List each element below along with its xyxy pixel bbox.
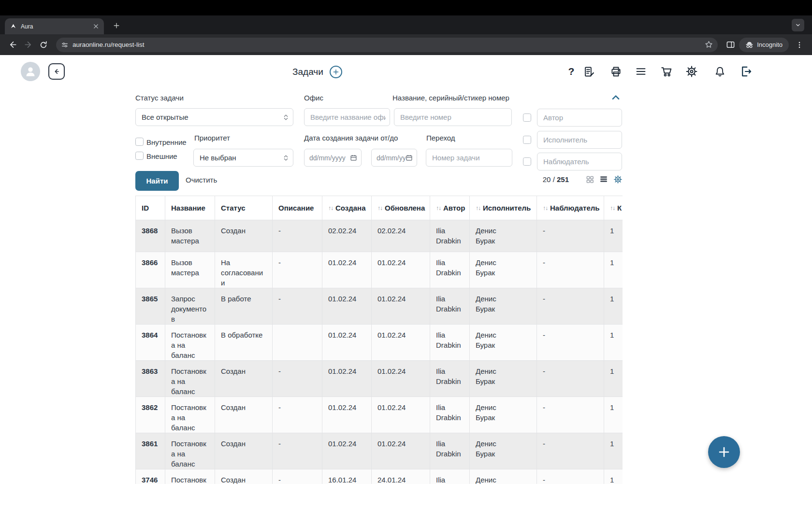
cell-observer: - [537, 397, 604, 433]
transition-label: Переход [426, 134, 455, 142]
table-row[interactable]: 3866 Вызов мастера На согласовании - 01.… [136, 252, 623, 288]
clear-button[interactable]: Очистить [186, 176, 217, 184]
back-icon[interactable] [5, 37, 20, 53]
author-input[interactable] [537, 109, 622, 127]
grid-view-icon[interactable] [585, 174, 594, 184]
sort-icon: ↑↓ [610, 205, 615, 212]
table-row[interactable]: 3861 Постановка на баланс Создан - 01.02… [136, 433, 623, 469]
cell-observer: - [537, 220, 604, 252]
sort-icon: ↑↓ [436, 205, 441, 212]
observer-input[interactable] [537, 153, 622, 170]
url-text: auraonline.ru/request-list [72, 41, 701, 48]
side-panel-icon[interactable] [723, 37, 738, 53]
app-back-button[interactable] [48, 63, 65, 80]
cell-observer: - [537, 433, 604, 469]
external-checkbox-label[interactable]: Внешние [146, 152, 177, 160]
app-page: Задачи ? Статус задачи Офис Название, се… [0, 55, 812, 524]
incognito-label: Incognito [757, 41, 783, 48]
menu-icon[interactable] [634, 65, 648, 78]
tab-close-icon[interactable] [91, 22, 100, 31]
status-select-value: Все открытые [142, 113, 188, 121]
task-number-input[interactable] [426, 149, 512, 167]
table-row[interactable]: 3868 Вызов мастера Создан - 02.02.24 02.… [136, 220, 623, 252]
bell-icon[interactable] [713, 65, 726, 78]
date-to-input[interactable]: dd/mm/yyyy [371, 149, 417, 167]
cell-updated: 01.02.24 [372, 361, 430, 397]
cell-description: - [273, 469, 322, 484]
table-row[interactable]: 3863 Постановка на баланс Создан - 01.02… [136, 361, 623, 397]
cell-name: Постановка на баланс [165, 433, 215, 469]
internal-checkbox[interactable] [135, 138, 144, 146]
avatar[interactable] [21, 62, 40, 81]
tab-search-chevron-icon[interactable] [792, 19, 804, 31]
forward-icon[interactable] [20, 37, 36, 53]
executor-input[interactable] [537, 131, 622, 149]
cell-id: 3868 [136, 220, 165, 252]
table-row[interactable]: 3865 Запрос документов В работе - 01.02.… [136, 288, 623, 325]
browser-tab-strip: Aura [0, 15, 812, 34]
cell-created: 01.02.24 [322, 361, 372, 397]
col-author[interactable]: ↑↓Автор [430, 196, 470, 220]
site-info-icon[interactable] [61, 41, 69, 49]
observer-checkbox[interactable] [523, 157, 531, 166]
notes-icon[interactable] [582, 65, 595, 78]
list-view-icon[interactable] [599, 174, 609, 184]
address-bar[interactable]: auraonline.ru/request-list [56, 38, 718, 52]
bookmark-star-icon[interactable] [705, 41, 713, 49]
table-row[interactable]: 3862 Постановка на баланс Создан - 01.02… [136, 397, 623, 433]
printer-icon[interactable] [609, 65, 623, 78]
date-to-placeholder: dd/mm/yyyy [377, 154, 406, 162]
table-settings-icon[interactable] [613, 174, 623, 184]
add-task-button[interactable] [330, 66, 342, 78]
cell-name: Вызов мастера [165, 252, 215, 288]
cell-author: Ilia Drabkin [430, 397, 470, 433]
cell-id: 3861 [136, 433, 165, 469]
cell-description: - [273, 220, 322, 252]
author-checkbox[interactable] [523, 113, 531, 122]
cell-id: 3866 [136, 252, 165, 288]
internal-checkbox-label[interactable]: Внутренние [146, 138, 187, 146]
collapse-filters-icon[interactable] [610, 92, 622, 103]
cell-name: Постановка на баланс [165, 325, 215, 361]
cell-created: 01.02.24 [322, 325, 372, 361]
table-row[interactable]: 3864 Постановка на баланс В обработке 01… [136, 325, 623, 361]
date-from-input[interactable]: dd/mm/yyyy [304, 149, 362, 167]
browser-tab[interactable]: Aura [5, 18, 104, 34]
reload-icon[interactable] [36, 37, 51, 53]
col-created[interactable]: ↑↓Создана [322, 196, 372, 220]
cell-author: Ilia Drabkin [430, 252, 470, 288]
cell-executor: Денис Бурак [470, 325, 537, 361]
executor-checkbox[interactable] [523, 136, 531, 144]
cell-status: Создан [215, 361, 273, 397]
col-observer[interactable]: ↑↓Наблюдатель [537, 196, 604, 220]
cell-status: Создан [215, 220, 273, 252]
cell-updated: 01.02.24 [372, 397, 430, 433]
col-executor[interactable]: ↑↓Исполнитель [470, 196, 537, 220]
status-select[interactable]: Все открытые [135, 108, 293, 126]
external-checkbox[interactable] [135, 152, 144, 160]
cart-icon[interactable] [660, 65, 673, 78]
table-row[interactable]: 3746 Постановка на баланс Создан - 16.01… [136, 469, 623, 484]
fab-add-button[interactable] [708, 436, 740, 468]
priority-select[interactable]: Не выбран [193, 149, 293, 167]
cell-executor: Денис Бурак [470, 220, 537, 252]
col-count[interactable]: ↑↓К [604, 196, 623, 220]
browser-menu-icon[interactable] [792, 37, 807, 53]
date-from-placeholder: dd/mm/yyyy [309, 154, 346, 162]
logout-icon[interactable] [740, 65, 753, 78]
cell-name: Вызов мастера [165, 220, 215, 252]
gear-icon[interactable] [685, 65, 698, 78]
help-icon[interactable]: ? [565, 65, 578, 78]
cell-updated: 01.02.24 [372, 433, 430, 469]
col-description: Описание [273, 196, 322, 220]
incognito-spy-icon [745, 41, 754, 49]
cell-status: Создан [215, 469, 273, 484]
new-tab-icon[interactable] [111, 20, 122, 31]
serial-number-input[interactable] [394, 108, 512, 126]
calendar-icon [350, 154, 357, 161]
search-button[interactable]: Найти [135, 171, 179, 191]
office-input[interactable] [304, 108, 390, 126]
cell-id: 3863 [136, 361, 165, 397]
col-updated[interactable]: ↑↓Обновлена [372, 196, 430, 220]
cell-count: 1 [604, 397, 623, 433]
